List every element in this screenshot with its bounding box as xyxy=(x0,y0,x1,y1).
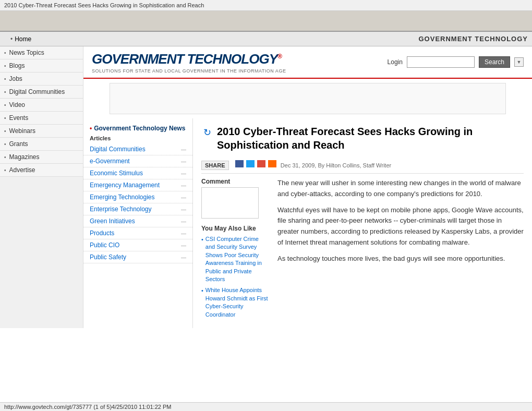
chevron-right-icon: — xyxy=(181,207,186,212)
ad-banner xyxy=(110,83,506,114)
article-paragraph-2: Watchful eyes will have to be kept on mo… xyxy=(277,205,524,248)
chevron-right-icon: — xyxy=(181,171,186,176)
left-nav-green-initiatives[interactable]: Green Initiatives — xyxy=(83,215,192,227)
sidebar-digital-communities[interactable]: Digital Communities xyxy=(0,86,83,99)
sidebar-blogs[interactable]: Blogs xyxy=(0,59,83,72)
left-nav-public-cio[interactable]: Public CIO — xyxy=(83,239,192,251)
search-input[interactable] xyxy=(407,56,475,68)
left-nav-economic-stimulus[interactable]: Economic Stimulus — xyxy=(83,167,192,179)
article-date-author: Dec 31, 2009, By Hilton Collins, Staff W… xyxy=(281,162,391,168)
logo-tagline: SOLUTIONS FOR STATE AND LOCAL GOVERNMENT… xyxy=(92,68,286,74)
browser-chrome xyxy=(0,11,532,32)
left-nav-public-safety[interactable]: Public Safety — xyxy=(83,251,192,263)
page-body: Government Technology News Articles Digi… xyxy=(83,118,532,328)
left-nav-section-title[interactable]: Government Technology News xyxy=(83,123,192,134)
chevron-right-icon: — xyxy=(181,231,186,236)
left-nav-digital-communities[interactable]: Digital Communities — xyxy=(83,143,192,155)
search-bar: Login Search ▼ xyxy=(388,56,524,68)
sidebar-video[interactable]: Video xyxy=(0,99,83,112)
article-sidebar: Comment You May Also Like CSI Computer C… xyxy=(201,178,269,322)
main-layout: News Topics Blogs Jobs Digital Communiti… xyxy=(0,46,532,328)
content-area: GOVERNMENT TECHNOLOGY® SOLUTIONS FOR STA… xyxy=(83,46,532,328)
chevron-right-icon: — xyxy=(181,183,186,188)
sidebar-webinars[interactable]: Webinars xyxy=(0,125,83,138)
related-article-2[interactable]: White House Appoints Howard Schmidt as F… xyxy=(201,286,269,319)
google-icon[interactable] xyxy=(257,160,265,167)
sidebar-grants[interactable]: Grants xyxy=(0,138,83,151)
article-area: ↻ 2010 Cyber-Threat Forecast Sees Hacks … xyxy=(193,118,532,328)
chevron-right-icon: — xyxy=(181,159,186,164)
article-meta: SHARE Dec 31, 2009, By Hilton Collins, S… xyxy=(201,160,524,174)
article-paragraph-1: The new year will usher in some interest… xyxy=(277,178,524,200)
left-sidebar: News Topics Blogs Jobs Digital Communiti… xyxy=(0,46,83,328)
logo-header: GOVERNMENT TECHNOLOGY® SOLUTIONS FOR STA… xyxy=(83,46,532,79)
refresh-icon[interactable]: ↻ xyxy=(201,127,213,138)
twitter-icon[interactable] xyxy=(246,160,255,167)
sidebar-news-topics[interactable]: News Topics xyxy=(0,46,83,59)
site-logo[interactable]: GOVERNMENT TECHNOLOGY® xyxy=(92,51,286,67)
sidebar-magazines[interactable]: Magazines xyxy=(0,151,83,164)
article-paragraph-3: As technology touches more lives, the ba… xyxy=(277,253,524,264)
left-nav-enterprise-technology[interactable]: Enterprise Technology — xyxy=(83,203,192,215)
page-title-text: 2010 Cyber-Threat Forecast Sees Hacks Gr… xyxy=(4,2,204,8)
article-title: 2010 Cyber-Threat Forecast Sees Hacks Gr… xyxy=(217,125,524,152)
chevron-right-icon: — xyxy=(181,195,186,200)
facebook-icon[interactable] xyxy=(235,160,244,167)
related-article-1[interactable]: CSI Computer Crime and Security Survey S… xyxy=(201,235,269,283)
left-nav-products[interactable]: Products — xyxy=(83,227,192,239)
search-options-icon[interactable]: ▼ xyxy=(514,57,524,67)
sidebar-advertise[interactable]: Advertise xyxy=(0,164,83,177)
you-may-also-like-label: You May Also Like xyxy=(201,225,269,232)
share-icons xyxy=(235,162,279,168)
chevron-right-icon: — xyxy=(181,147,186,152)
login-label[interactable]: Login xyxy=(388,58,403,66)
comment-box xyxy=(201,187,259,219)
search-button[interactable]: Search xyxy=(479,56,510,68)
nav-bar: Home GOVERNMENT TECHNOLOGY xyxy=(0,32,532,46)
digg-icon[interactable] xyxy=(268,160,276,167)
left-nav-emergency-management[interactable]: Emergency Management — xyxy=(83,179,192,191)
sidebar-events[interactable]: Events xyxy=(0,112,83,125)
left-nav: Government Technology News Articles Digi… xyxy=(83,118,193,328)
title-bar: 2010 Cyber-Threat Forecast Sees Hacks Gr… xyxy=(0,0,532,11)
article-content: Comment You May Also Like CSI Computer C… xyxy=(201,178,524,322)
chevron-right-icon: — xyxy=(181,219,186,224)
corner-logo: GOVERNMENT TECHNOLOGY xyxy=(418,35,528,43)
left-nav-articles-label: Articles xyxy=(83,134,192,143)
sidebar-jobs[interactable]: Jobs xyxy=(0,72,83,86)
comment-label: Comment xyxy=(201,178,269,185)
article-text: The new year will usher in some interest… xyxy=(277,178,524,322)
chevron-right-icon: — xyxy=(181,243,186,248)
share-bar[interactable]: SHARE xyxy=(201,161,229,170)
chevron-right-icon: — xyxy=(181,255,186,260)
logo-block: GOVERNMENT TECHNOLOGY® SOLUTIONS FOR STA… xyxy=(92,51,286,74)
left-nav-e-government[interactable]: e-Government — xyxy=(83,155,192,167)
left-nav-emerging-technologies[interactable]: Emerging Technologies — xyxy=(83,191,192,203)
nav-home[interactable]: Home xyxy=(4,34,38,44)
